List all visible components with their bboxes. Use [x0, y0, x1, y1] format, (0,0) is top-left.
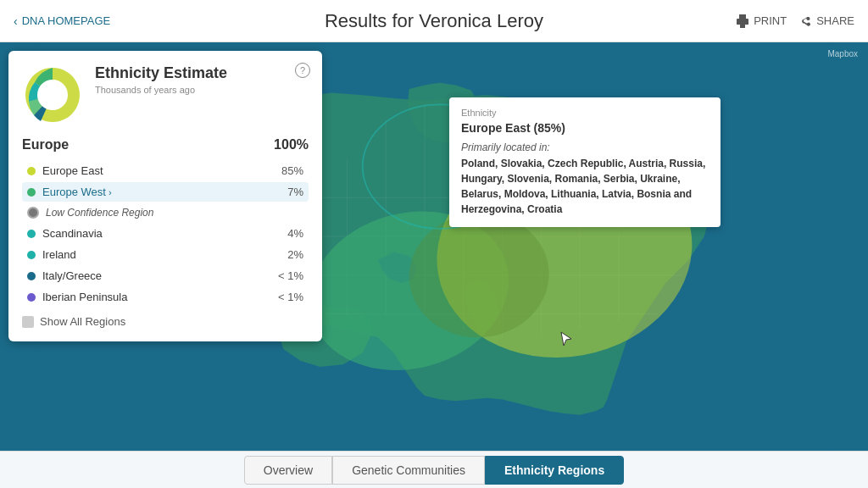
- region-row: Italy/Greece < 1%: [22, 266, 309, 286]
- region-row: Europe East 85%: [22, 161, 309, 180]
- tab-overview[interactable]: Overview: [244, 456, 332, 485]
- back-link[interactable]: ‹ DNA HOMEPAGE: [14, 14, 110, 28]
- tooltip-category: Ethnicity: [461, 108, 709, 118]
- region-pct: 85%: [281, 164, 303, 177]
- europe-row: Europe 100%: [22, 137, 309, 152]
- ethnicity-panel: ? Ethnicity Estimate Thousands of years …: [8, 51, 322, 341]
- panel-subtitle: Thousands of years ago: [95, 85, 309, 95]
- share-button[interactable]: SHARE: [798, 14, 854, 28]
- share-icon: [798, 14, 812, 28]
- tab-ethnicity-regions[interactable]: Ethnicity Regions: [485, 456, 624, 485]
- show-all-regions-button[interactable]: Show All Regions: [22, 315, 125, 328]
- map-container: Mapbox ? Ethnicity Estimate Thousands of…: [0, 42, 868, 451]
- low-conf-icon: [27, 207, 39, 219]
- panel-top: Ethnicity Estimate Thousands of years ag…: [22, 64, 309, 125]
- region-dot: [27, 167, 36, 175]
- map-tooltip: Ethnicity Europe East (85%) Primarily lo…: [449, 97, 721, 227]
- region-pct: < 1%: [278, 291, 303, 303]
- header: ‹ DNA HOMEPAGE Results for Veronica Lero…: [0, 0, 868, 42]
- show-all-label: Show All Regions: [40, 315, 125, 328]
- back-link-label: DNA HOMEPAGE: [22, 14, 111, 27]
- region-pct: 2%: [287, 248, 303, 261]
- region-dot: [27, 272, 36, 280]
- low-confidence-row: Low Confidence Region: [22, 203, 309, 222]
- region-row: Ireland 2%: [22, 245, 309, 264]
- panel-title-area: Ethnicity Estimate Thousands of years ag…: [95, 64, 309, 95]
- panel-title: Ethnicity Estimate: [95, 64, 309, 82]
- region-pct: < 1%: [278, 269, 303, 282]
- region-name[interactable]: Europe West ›: [42, 186, 287, 198]
- region-dot: [27, 230, 36, 238]
- tooltip-location-label: Primarily located in:: [461, 141, 709, 153]
- page-title: Results for Veronica Leroy: [325, 10, 543, 32]
- region-name: Europe East: [42, 164, 281, 177]
- region-row: Scandinavia 4%: [22, 224, 309, 243]
- region-name: Scandinavia: [42, 227, 287, 240]
- svg-point-17: [37, 80, 68, 110]
- print-button[interactable]: PRINT: [736, 14, 787, 28]
- help-icon[interactable]: ?: [295, 63, 310, 78]
- region-name: Iberian Peninsula: [42, 291, 278, 303]
- tab-bar: OverviewGenetic CommunitiesEthnicity Reg…: [0, 451, 868, 488]
- region-dot: [27, 293, 36, 302]
- share-label: SHARE: [816, 14, 854, 27]
- region-row[interactable]: Europe West › 7%: [22, 182, 309, 202]
- tooltip-region: Europe East (85%): [461, 121, 709, 135]
- region-row: Iberian Peninsula < 1%: [22, 287, 309, 307]
- header-actions: PRINT SHARE: [736, 14, 854, 28]
- print-label: PRINT: [754, 14, 787, 27]
- region-dot: [27, 251, 36, 259]
- region-list: Europe East 85% Europe West › 7% Low Con…: [22, 161, 309, 307]
- checkbox-icon: [22, 316, 34, 328]
- region-name: Italy/Greece: [42, 269, 278, 282]
- region-name: Ireland: [42, 248, 287, 261]
- back-arrow-icon: ‹: [14, 14, 18, 28]
- region-dot: [27, 188, 36, 197]
- pie-chart: [22, 64, 83, 125]
- europe-label: Europe: [22, 137, 69, 152]
- tooltip-locations: Poland, Slovakia, Czech Republic, Austri…: [461, 156, 709, 217]
- region-pct: 7%: [287, 186, 303, 198]
- region-pct: 4%: [287, 227, 303, 240]
- low-conf-label: Low Confidence Region: [46, 207, 153, 219]
- print-icon: [736, 14, 749, 28]
- mapbox-attribution: Mapbox: [827, 49, 858, 58]
- tab-genetic-communities[interactable]: Genetic Communities: [332, 456, 485, 485]
- europe-pct: 100%: [274, 137, 309, 152]
